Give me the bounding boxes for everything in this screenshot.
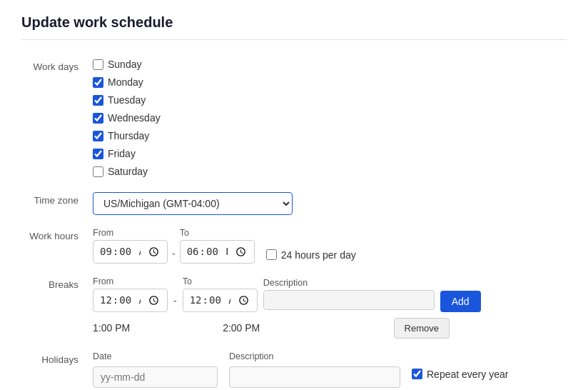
breaks-to-input[interactable] — [183, 289, 258, 312]
holiday-desc-label: Description — [229, 351, 400, 361]
thursday-checkbox[interactable] — [93, 131, 103, 141]
holiday-date-input[interactable] — [93, 366, 218, 388]
workhours-to-input[interactable] — [180, 240, 255, 264]
breaks-label: Breaks — [21, 276, 93, 290]
breaks-to-group: To — [183, 276, 258, 312]
holidays-row: Holidays Date Description Repeat — [21, 351, 567, 390]
saturday-checkbox[interactable] — [93, 166, 103, 177]
monday-label[interactable]: Monday — [108, 76, 143, 88]
breaks-content: From - To Description Add — [93, 276, 567, 339]
workhours-row: Work hours From - To 24 hours per day — [21, 228, 567, 264]
repeat-checkbox-group: Repeat every year — [412, 369, 508, 380]
day-monday: Monday — [93, 76, 567, 88]
breaks-desc-group: Description — [263, 278, 435, 310]
holiday-desc-col: Description — [229, 351, 400, 388]
day-wednesday: Wednesday — [93, 112, 567, 124]
breaks-section: From - To Description Add — [93, 276, 567, 339]
friday-label[interactable]: Friday — [108, 148, 136, 159]
wednesday-label[interactable]: Wednesday — [108, 112, 161, 124]
holidays-input-row: Date Description Repeat every year — [93, 351, 567, 388]
breaks-separator: - — [173, 282, 177, 306]
timezone-select[interactable]: US/Michigan (GMT-04:00) US/Eastern (GMT-… — [93, 192, 293, 215]
breaks-desc-label: Description — [263, 278, 435, 288]
workhours-label: Work hours — [21, 228, 93, 241]
breaks-row: Breaks From - To Description — [21, 276, 567, 339]
workhours-to-label: To — [180, 228, 255, 238]
form-container: Work days Sunday Monday Tuesday Wednesda… — [21, 51, 567, 390]
tuesday-checkbox[interactable] — [93, 95, 103, 106]
breaks-remove-button[interactable]: Remove — [394, 318, 450, 339]
holiday-date-col: Date — [93, 351, 218, 388]
wednesday-checkbox[interactable] — [93, 113, 103, 124]
day-friday: Friday — [93, 148, 567, 159]
workdays-content: Sunday Monday Tuesday Wednesday Thursday… — [93, 59, 567, 179]
saturday-label[interactable]: Saturday — [108, 166, 148, 177]
day-thursday: Thursday — [93, 130, 567, 141]
workhours-content: From - To 24 hours per day — [93, 228, 567, 264]
break-to-time: 2:00 PM — [223, 322, 260, 334]
breaks-existing-times: 1:00 PM 2:00 PM — [93, 322, 260, 334]
breaks-add-button[interactable]: Add — [440, 291, 481, 312]
workhours-from-group: From — [93, 228, 168, 264]
day-tuesday: Tuesday — [93, 94, 567, 106]
hours-per-day-checkbox[interactable] — [266, 249, 277, 260]
repeat-year-checkbox[interactable] — [412, 369, 422, 379]
timezone-label: Time zone — [21, 192, 93, 206]
breaks-to-label: To — [183, 276, 258, 286]
hours-per-day-group: 24 hours per day — [266, 249, 356, 264]
break-from-time: 1:00 PM — [93, 322, 130, 334]
workdays-label: Work days — [21, 59, 93, 72]
workdays-row: Work days Sunday Monday Tuesday Wednesda… — [21, 59, 567, 179]
repeat-year-label[interactable]: Repeat every year — [427, 369, 508, 380]
day-sunday: Sunday — [93, 59, 567, 70]
holidays-label: Holidays — [21, 351, 93, 365]
holiday-repeat-col: Repeat every year — [412, 351, 508, 381]
breaks-from-label: From — [93, 276, 168, 286]
friday-checkbox[interactable] — [93, 149, 103, 159]
workhours-to-group: To — [180, 228, 255, 264]
holiday-date-label: Date — [93, 351, 218, 361]
holiday-desc-input[interactable] — [229, 366, 400, 388]
breaks-from-group: From — [93, 276, 168, 312]
monday-checkbox[interactable] — [93, 77, 103, 88]
breaks-existing-row: 1:00 PM 2:00 PM Remove — [93, 318, 450, 339]
breaks-desc-input[interactable] — [263, 290, 435, 310]
day-saturday: Saturday — [93, 166, 567, 177]
workhours-separator: - — [172, 248, 176, 264]
tuesday-label[interactable]: Tuesday — [108, 94, 146, 106]
page-title: Update work schedule — [21, 14, 567, 40]
thursday-label[interactable]: Thursday — [108, 130, 149, 141]
sunday-checkbox[interactable] — [93, 59, 103, 70]
breaks-from-input[interactable] — [93, 289, 168, 312]
hours-per-day-label[interactable]: 24 hours per day — [281, 249, 356, 261]
breaks-input-row: From - To Description Add — [93, 276, 567, 312]
holidays-section: Date Description Repeat every year — [93, 351, 567, 390]
timezone-content: US/Michigan (GMT-04:00) US/Eastern (GMT-… — [93, 192, 567, 215]
holidays-content: Date Description Repeat every year — [93, 351, 567, 390]
workhours-from-input[interactable] — [93, 240, 168, 264]
timezone-row: Time zone US/Michigan (GMT-04:00) US/Eas… — [21, 192, 567, 215]
workhours-from-label: From — [93, 228, 168, 238]
sunday-label[interactable]: Sunday — [108, 59, 141, 70]
